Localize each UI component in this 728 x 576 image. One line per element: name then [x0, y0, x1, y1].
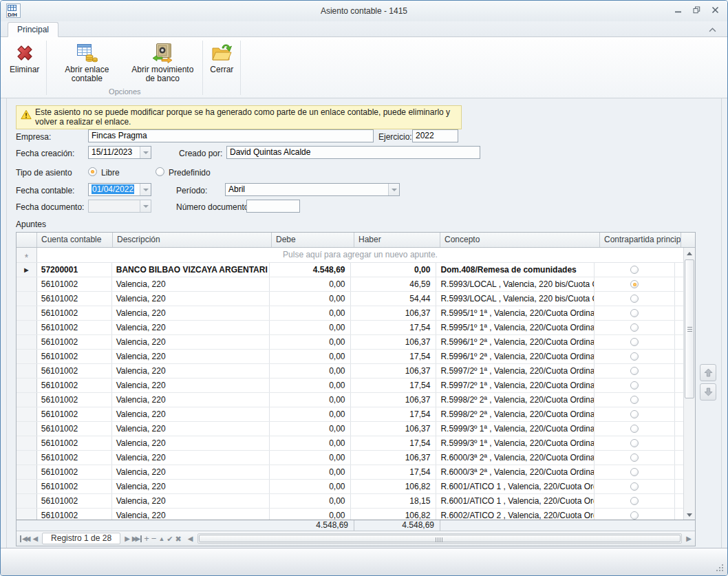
table-row[interactable]: 56101002 Valencia, 220 0,00 106,82 R.600… — [17, 509, 683, 520]
cell-filler — [675, 436, 683, 450]
cell-descripcion: Valencia, 220 — [112, 335, 270, 349]
abrir-movimiento-banco-button[interactable]: Abrir movimiento de banco — [125, 39, 200, 87]
cell-descripcion: Valencia, 220 — [112, 306, 270, 320]
contrapartida-radio[interactable] — [630, 425, 639, 433]
header-concepto[interactable]: Concepto — [440, 233, 600, 247]
contrapartida-radio[interactable] — [630, 410, 639, 418]
nav-previous-button[interactable]: ◀ — [32, 535, 38, 542]
move-row-down-button[interactable] — [700, 383, 716, 401]
scroll-up-icon[interactable] — [684, 248, 695, 259]
cell-debe: 0,00 — [270, 407, 352, 421]
tab-principal[interactable]: Principal — [8, 22, 58, 37]
close-icon[interactable] — [711, 6, 719, 14]
nav-next-button[interactable]: ▶ — [125, 535, 130, 542]
contrapartida-radio[interactable] — [630, 454, 639, 462]
vertical-scrollbar-thumb[interactable] — [685, 259, 694, 398]
cell-contrapartida — [595, 321, 675, 334]
contrapartida-radio[interactable] — [630, 309, 639, 317]
ejercicio-input[interactable]: 2022 — [412, 129, 458, 142]
table-row[interactable]: 56101002 Valencia, 220 0,00 46,59 R.5993… — [17, 277, 683, 292]
nav-cancel-button[interactable]: ✖ — [175, 535, 182, 542]
contrapartida-radio[interactable] — [630, 323, 639, 332]
nav-edit-button[interactable]: ▲ — [158, 535, 164, 542]
dropdown-arrow-icon[interactable] — [140, 147, 151, 158]
contrapartida-radio[interactable] — [630, 338, 639, 346]
row-indicator — [17, 422, 37, 436]
table-row[interactable]: 56101002 Valencia, 220 0,00 106,37 R.599… — [17, 364, 683, 378]
cell-haber: 17,54 — [351, 465, 436, 479]
table-row[interactable]: 56101002 Valencia, 220 0,00 17,54 R.5996… — [17, 350, 683, 364]
window-asiento-contable: D/H Asiento contable - 1415 Principal — [0, 0, 728, 576]
contrapartida-radio[interactable] — [630, 352, 639, 361]
table-row[interactable]: 56101002 Valencia, 220 0,00 106,37 R.599… — [17, 393, 683, 407]
nav-add-button[interactable]: + — [144, 535, 149, 542]
table-row[interactable]: 56101002 Valencia, 220 0,00 106,37 R.599… — [17, 335, 683, 350]
vertical-scrollbar[interactable] — [683, 248, 695, 520]
dropdown-arrow-icon[interactable] — [140, 184, 151, 195]
nav-last-button[interactable]: ▶▶ — [132, 535, 142, 542]
resize-grip[interactable] — [715, 563, 724, 572]
header-descripcion[interactable]: Descripción — [113, 233, 272, 247]
scroll-down-icon[interactable] — [684, 509, 695, 520]
cell-contrapartida — [595, 494, 675, 508]
header-debe[interactable]: Debe — [272, 233, 354, 247]
dropdown-arrow-icon[interactable] — [140, 200, 151, 212]
table-row[interactable]: 56101002 Valencia, 220 0,00 106,82 R.600… — [17, 480, 683, 494]
fecha-contable-input[interactable]: 01/04/2022 — [88, 183, 151, 196]
contrapartida-radio[interactable] — [630, 367, 639, 375]
table-row[interactable]: 56101002 Valencia, 220 0,00 106,37 R.600… — [17, 451, 683, 465]
nav-first-button[interactable]: ◀◀ — [20, 535, 30, 542]
contrapartida-radio[interactable] — [630, 396, 639, 404]
cell-haber: 106,37 — [351, 306, 436, 320]
abrir-enlace-contable-button[interactable]: Abrir enlace contable — [49, 39, 125, 87]
hscroll-left-icon[interactable]: ◀ — [188, 535, 193, 542]
numero-documento-input[interactable] — [246, 200, 300, 213]
header-haber[interactable]: Haber — [354, 233, 440, 247]
cerrar-button[interactable]: Cerrar — [205, 39, 238, 98]
horizontal-scrollbar[interactable] — [197, 533, 683, 544]
new-row[interactable]: * Pulse aquí para agregar un nuevo apunt… — [17, 248, 683, 263]
fecha-documento-input[interactable] — [88, 200, 151, 213]
minimize-icon[interactable] — [674, 6, 682, 14]
cell-descripcion: Valencia, 220 — [112, 321, 270, 334]
dropdown-arrow-icon[interactable] — [388, 184, 399, 195]
table-row[interactable]: 56101002 Valencia, 220 0,00 17,54 R.5995… — [17, 321, 683, 335]
contrapartida-radio[interactable] — [630, 381, 639, 390]
creado-por-input[interactable]: David Quintas Alcalde — [226, 146, 480, 159]
cell-concepto: R.5998/2º 2ª , Valencia, 220/Cuota Ordin… — [436, 407, 595, 421]
contrapartida-radio[interactable] — [630, 497, 639, 505]
periodo-input[interactable]: Abril — [225, 183, 400, 196]
hscroll-right-icon[interactable]: ▶ — [686, 535, 692, 542]
radio-predefinido[interactable] — [156, 167, 164, 176]
radio-libre[interactable] — [88, 167, 97, 176]
eliminar-button[interactable]: Eliminar — [5, 39, 44, 98]
nav-remove-button[interactable]: − — [151, 535, 157, 542]
contrapartida-radio[interactable] — [630, 482, 639, 491]
table-row[interactable]: 56101002 Valencia, 220 0,00 17,54 R.5999… — [17, 436, 683, 451]
table-row[interactable]: 56101002 Valencia, 220 0,00 106,37 R.599… — [17, 306, 683, 321]
contrapartida-radio[interactable] — [630, 468, 639, 476]
table-row[interactable]: 56101002 Valencia, 220 0,00 106,37 R.599… — [17, 422, 683, 436]
fecha-creacion-input[interactable]: 15/11/2023 — [88, 146, 151, 159]
table-row[interactable]: 56101002 Valencia, 220 0,00 18,15 R.6001… — [17, 494, 683, 509]
ribbon-collapse-button[interactable] — [707, 25, 718, 34]
table-row[interactable]: ▶ 57200001 BANCO BILBAO VIZCAYA ARGENTAR… — [17, 263, 683, 277]
contrapartida-radio[interactable] — [630, 439, 639, 447]
horizontal-scrollbar-thumb[interactable] — [199, 535, 681, 542]
table-row[interactable]: 56101002 Valencia, 220 0,00 17,54 R.6000… — [17, 465, 683, 480]
restore-icon[interactable] — [693, 6, 700, 14]
warning-text: Este asiento no se puede modificar porqu… — [35, 107, 450, 127]
move-row-up-button[interactable] — [700, 364, 716, 381]
table-row[interactable]: 56101002 Valencia, 220 0,00 17,54 R.5998… — [17, 407, 683, 422]
header-cuenta-contable[interactable]: Cuenta contable — [37, 233, 113, 247]
contrapartida-radio[interactable] — [630, 511, 639, 520]
table-row[interactable]: 56101002 Valencia, 220 0,00 54,44 R.5993… — [17, 292, 683, 306]
table-row[interactable]: 56101002 Valencia, 220 0,00 17,54 R.5997… — [17, 378, 683, 393]
header-contrapartida[interactable]: Contrapartida principal — [600, 233, 681, 247]
empresa-input[interactable]: Fincas Pragma — [88, 129, 374, 142]
contrapartida-radio[interactable] — [630, 280, 639, 288]
cell-debe: 0,00 — [270, 321, 352, 334]
contrapartida-radio[interactable] — [630, 295, 639, 303]
contrapartida-radio[interactable] — [630, 266, 639, 274]
nav-post-button[interactable]: ✔ — [167, 535, 173, 542]
